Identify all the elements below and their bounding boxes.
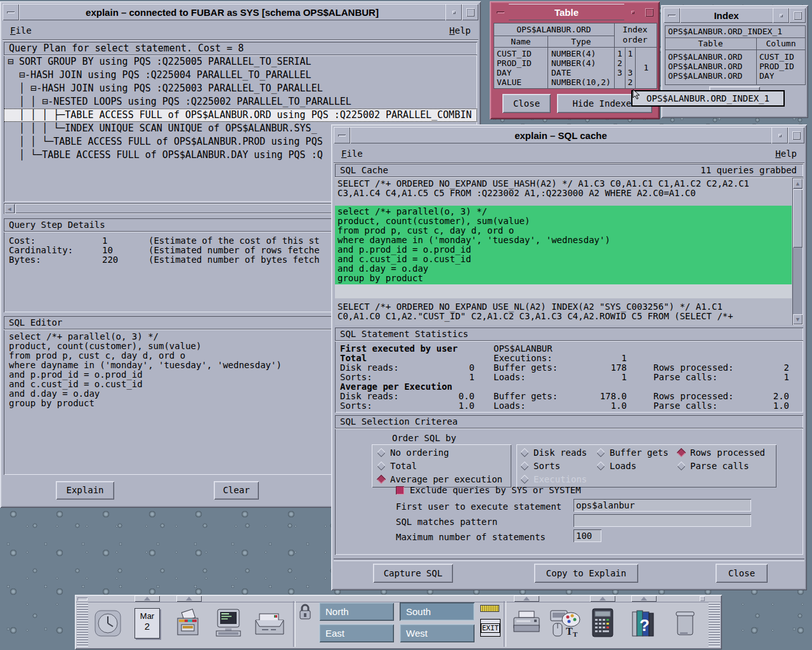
sql-cache-titlebar[interactable]: explain – SQL cache [334,127,804,143]
clock-icon[interactable] [91,604,124,642]
file-manager-icon[interactable] [171,604,204,642]
workspace-button-east[interactable]: East [319,624,394,642]
table-row-name[interactable]: DAY [497,68,511,77]
cache-vscrollbar[interactable]: ▲ ▼ [792,178,803,325]
sql-cache-header: SQL Cache 11 queries grabbed [335,164,803,177]
radio-icon [520,475,529,484]
index-row-table[interactable]: OPS$ALANBUR.ORD [668,62,742,71]
plan-row[interactable]: ⊟ SORT GROUP BY using PQS :Q225005 PARAL… [4,55,477,69]
maximize-button[interactable] [641,4,657,20]
subpanel-tab-files[interactable] [176,595,202,602]
terminal-icon[interactable] [212,604,245,642]
vscroll-thumb[interactable] [793,189,802,248]
subpanel-tab-printer[interactable] [514,595,539,602]
help-icon[interactable]: ? [627,604,660,642]
scroll-up-arrow-icon[interactable]: ▲ [793,178,802,189]
panel-left-grip[interactable] [77,602,88,647]
plan-row[interactable]: │ │ ⊟-NESTED LOOPS using PQS :Q225002 PA… [4,95,477,109]
maximize-button[interactable] [462,4,478,20]
radio-no-ordering[interactable]: No ordering [378,448,449,458]
workspace-button-south[interactable]: South [400,602,475,621]
window-menu-button[interactable] [334,127,350,143]
window-menu-icon [338,135,346,136]
cache-item[interactable]: SELECT /*+ ORDERED NO_EXPAND USE_NL(A2) … [335,302,792,321]
stats-row: Disk reads:0.0 Buffer gets:178.0 Rows pr… [335,391,803,401]
plan-row[interactable]: │ ⊟-HASH JOIN using PQS :Q225003 PARALLE… [4,82,477,95]
explain-button[interactable]: Explain [56,481,114,500]
menu-file[interactable]: File [3,25,39,36]
radio-average-per-execution[interactable]: Average per execution [378,474,502,484]
minimize-button[interactable] [773,8,789,23]
main-menubar: File Help [3,22,478,40]
index-name-tooltip: OPS$ALANBUR.ORD_INDEX_1 [631,90,785,107]
detail-label: Bytes: [9,255,41,265]
index-row-column: PROD_ID [759,62,794,71]
window-menu-button[interactable] [3,4,19,20]
stats-row: Sorts:1.0 Loads:1.0 Parse calls:1.0 [335,401,803,410]
subpanel-tab-calendar[interactable] [134,595,160,602]
minimize-button[interactable] [445,4,462,20]
table-row-name[interactable]: VALUE [497,77,521,87]
style-manager-icon[interactable]: TT [548,604,581,642]
capture-sql-button[interactable]: Capture SQL [373,564,453,583]
table-row-name[interactable]: CUST_ID [497,49,532,58]
radio-sorts[interactable]: Sorts [521,461,560,471]
scroll-down-arrow-icon[interactable]: ▼ [793,314,802,324]
printer-icon[interactable] [510,604,543,642]
radio-buffer-gets[interactable]: Buffer gets [598,448,669,458]
radio-loads[interactable]: Loads [598,461,636,471]
panel-corner-button[interactable] [700,596,705,601]
maximize-icon [645,8,653,17]
lock-icon[interactable] [298,603,312,623]
minimize-button[interactable] [624,4,641,20]
menu-help[interactable]: Help [442,25,478,36]
first-user-input[interactable] [573,499,751,512]
plan-row[interactable]: ⊟-HASH JOIN using PQS :Q225004 PARALLEL_… [4,69,477,82]
workspace-button-north[interactable]: North [319,602,394,621]
calendar-icon[interactable]: Mar 2 [131,604,164,642]
cache-close-button[interactable]: Close [716,564,768,583]
radio-rows-processed[interactable]: Rows processed [678,448,765,458]
cache-item-selected[interactable]: select /*+ parallel(o, 3) */ product, co… [335,206,792,284]
panel-right-grip[interactable] [709,602,720,647]
menu-file[interactable]: File [334,149,370,159]
mail-icon[interactable] [253,604,286,642]
window-menu-icon [7,11,15,13]
copy-to-explain-button[interactable]: Copy to Explain [534,564,638,583]
radio-parse-calls[interactable]: Parse calls [678,461,749,471]
table-titlebar[interactable]: Table [492,4,657,20]
index-row-table[interactable]: OPS$ALANBUR.ORD [668,71,742,81]
minimize-button[interactable] [771,127,788,143]
sql-cache-panel: SQL Cache 11 queries grabbed SELECT /*+ … [335,164,803,325]
max-statements-input[interactable] [573,529,601,542]
subpanel-tab-help[interactable] [631,595,657,602]
plan-row-selected[interactable]: │ │ │ ├─TABLE ACCESS FULL of OPS$ALANBUR… [4,109,477,122]
radio-total[interactable]: Total [378,461,417,471]
calculator-icon[interactable] [586,604,619,642]
exit-button[interactable]: EXIT [480,619,501,637]
window-menu-button[interactable] [664,8,680,23]
clear-button[interactable]: Clear [214,481,259,500]
subpanel-tab-apps[interactable] [590,595,615,602]
radio-disk-reads[interactable]: Disk reads [521,448,587,458]
exit-label: EXIT [481,623,501,633]
window-menu-button[interactable] [492,4,509,20]
scroll-left-arrow-icon[interactable]: ◀ [4,204,15,213]
main-titlebar[interactable]: explain – connected to FUBAR as SYS [sch… [3,4,478,20]
maximize-button[interactable] [789,8,806,23]
index-order-cell: 1 [625,49,635,58]
panel-top-strip [76,596,721,602]
table-row-name[interactable]: PROD_ID [497,58,532,68]
panel-minimize-handle[interactable] [77,597,88,600]
table-close-button[interactable]: Close [502,94,551,113]
trash-icon[interactable] [669,604,702,642]
workspace-button-west[interactable]: West [400,624,475,642]
exclude-sys-checkbox[interactable]: Exclude queries by SYS or SYSTEM [396,485,581,495]
sql-pattern-input[interactable] [573,514,751,527]
menu-help[interactable]: Help [768,149,804,159]
index-row-table[interactable]: OPS$ALANBUR.ORD [668,52,742,62]
index-titlebar[interactable]: Index [664,8,806,23]
cache-item[interactable]: SELECT /*+ ORDERED NO_EXPAND USE_HASH(A2… [335,179,792,198]
cache-item-separator[interactable] [335,284,792,298]
maximize-button[interactable] [788,127,804,143]
